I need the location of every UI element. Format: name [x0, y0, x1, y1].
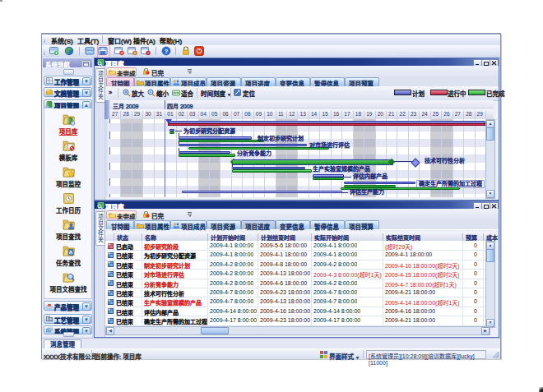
svg-text:?: ? [165, 48, 169, 55]
svg-text:A: A [68, 250, 72, 255]
